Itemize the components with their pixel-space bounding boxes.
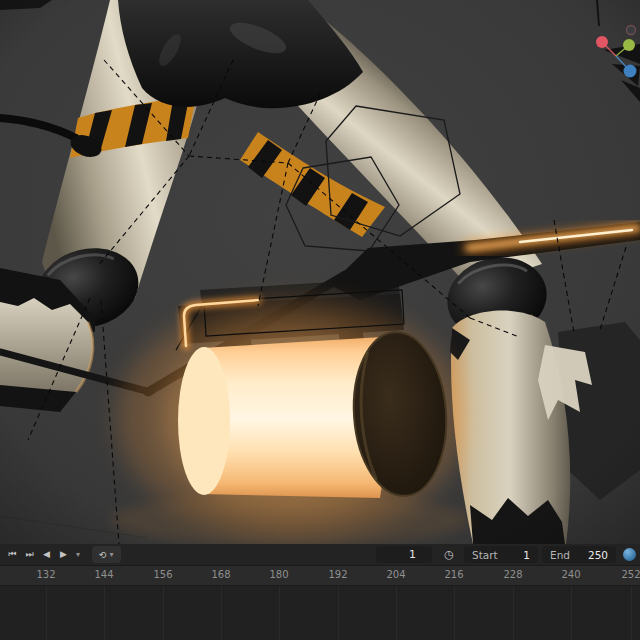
preview-range-clock-button[interactable]: ◷ xyxy=(440,546,458,564)
ruler-tick: 168 xyxy=(211,569,230,580)
frame-end-field[interactable]: End 250 xyxy=(542,546,616,563)
frame-gridline xyxy=(221,586,222,640)
end-label: End xyxy=(550,549,570,561)
play-reverse-button[interactable]: ◀ xyxy=(38,546,55,564)
start-label: Start xyxy=(472,549,498,561)
ruler-tick: 204 xyxy=(386,569,405,580)
jump-to-start-button[interactable]: ⏮ xyxy=(4,546,21,564)
frame-gridline xyxy=(338,586,339,640)
ruler-tick: 216 xyxy=(444,569,463,580)
sync-icon: ⟲ xyxy=(99,550,107,560)
3d-viewport[interactable] xyxy=(0,0,640,544)
frame-gridline xyxy=(46,586,47,640)
current-frame-field[interactable]: 1 xyxy=(376,546,432,563)
ruler-tick: 252 xyxy=(621,569,640,580)
chevron-down-icon: ▾ xyxy=(110,550,114,559)
timeline-editor: ⏮ ⏭ ◀ ▶ ▾ ⟲ ▾ 1 ◷ Start 1 End 250 13 xyxy=(0,544,640,640)
frame-gridline xyxy=(454,586,455,640)
blender-window: ⏮ ⏭ ◀ ▶ ▾ ⟲ ▾ 1 ◷ Start 1 End 250 13 xyxy=(0,0,640,640)
play-button[interactable]: ▶ xyxy=(55,546,72,564)
ruler-tick: 228 xyxy=(503,569,522,580)
frame-gridline xyxy=(279,586,280,640)
ruler-tick: 132 xyxy=(36,569,55,580)
end-value: 250 xyxy=(588,549,608,561)
timeline-ruler[interactable]: 132 144 156 168 180 192 204 216 228 240 … xyxy=(0,566,640,586)
jump-to-keyframe-button[interactable]: ⏭ xyxy=(21,546,38,564)
ruler-tick: 144 xyxy=(94,569,113,580)
frame-gridline xyxy=(104,586,105,640)
start-value: 1 xyxy=(523,549,530,561)
frame-gridline xyxy=(631,586,632,640)
timeline-header: ⏮ ⏭ ◀ ▶ ▾ ⟲ ▾ 1 ◷ Start 1 End 250 xyxy=(0,544,640,566)
vignette xyxy=(0,0,640,544)
viewport-scene xyxy=(0,0,640,544)
frame-gridline xyxy=(513,586,514,640)
frame-gridline xyxy=(163,586,164,640)
timeline-tracks[interactable] xyxy=(0,586,640,640)
ruler-tick: 156 xyxy=(153,569,172,580)
ruler-tick: 192 xyxy=(328,569,347,580)
playback-sync-button[interactable]: ⟲ ▾ xyxy=(92,546,121,563)
blue-sphere-icon[interactable] xyxy=(623,548,636,561)
frame-gridline xyxy=(396,586,397,640)
ruler-tick: 180 xyxy=(269,569,288,580)
frame-gridline xyxy=(571,586,572,640)
playback-menu-chevron[interactable]: ▾ xyxy=(72,546,84,564)
frame-start-field[interactable]: Start 1 xyxy=(464,546,538,563)
ruler-tick: 240 xyxy=(561,569,580,580)
